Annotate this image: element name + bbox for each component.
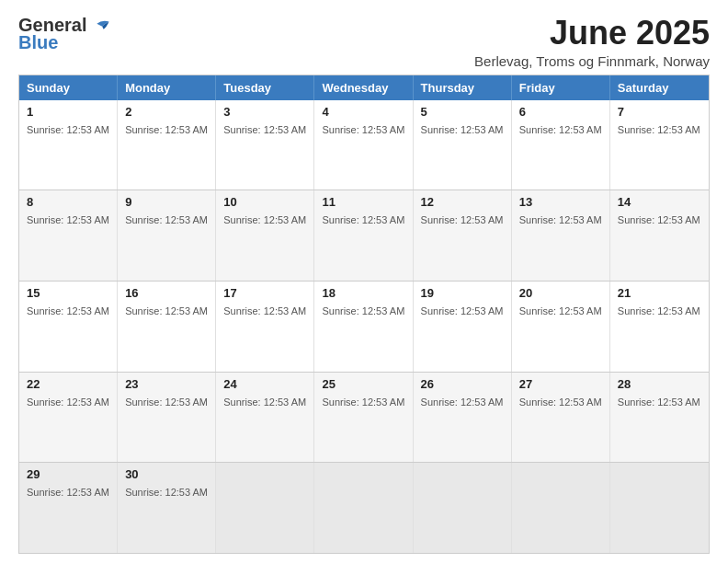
calendar-cell: 13Sunrise: 12:53 AM [512,190,610,281]
logo-blue-text: Blue [18,32,58,53]
header-friday: Friday [512,75,610,100]
day-number: 25 [322,377,404,391]
sunrise-text: Sunrise: 12:53 AM [125,396,208,408]
sunrise-text: Sunrise: 12:53 AM [125,305,208,316]
sunrise-text: Sunrise: 12:53 AM [618,124,700,135]
calendar-cell: 20Sunrise: 12:53 AM [512,282,610,372]
day-number: 12 [421,195,504,209]
calendar-cell: 29Sunrise: 12:53 AM [19,463,118,553]
day-number: 8 [27,195,109,209]
calendar-cell: 7Sunrise: 12:53 AM [610,100,709,190]
calendar-week-4: 22Sunrise: 12:53 AM23Sunrise: 12:53 AM24… [19,372,709,463]
calendar-cell: 24Sunrise: 12:53 AM [216,373,314,463]
header: General Blue June 2025 Berlevag, Troms o… [18,15,710,69]
day-number: 2 [125,105,208,119]
sunrise-text: Sunrise: 12:53 AM [223,214,306,225]
sunrise-text: Sunrise: 12:53 AM [27,396,109,408]
calendar-cell [610,463,709,553]
calendar-week-5: 29Sunrise: 12:53 AM30Sunrise: 12:53 AM [19,462,709,553]
header-sunday: Sunday [19,75,118,100]
calendar-cell: 9Sunrise: 12:53 AM [118,190,216,281]
calendar-cell: 25Sunrise: 12:53 AM [314,373,413,463]
day-number: 16 [125,286,208,300]
sunrise-text: Sunrise: 12:53 AM [27,124,109,135]
day-number: 9 [125,195,208,209]
title-block: June 2025 Berlevag, Troms og Finnmark, N… [474,15,710,69]
header-thursday: Thursday [414,75,512,100]
header-saturday: Saturday [610,75,709,100]
calendar-cell: 30Sunrise: 12:53 AM [118,463,216,553]
calendar-week-2: 8Sunrise: 12:53 AM9Sunrise: 12:53 AM10Su… [19,190,709,281]
calendar: Sunday Monday Tuesday Wednesday Thursday… [18,75,710,554]
calendar-cell: 11Sunrise: 12:53 AM [314,190,413,281]
sunrise-text: Sunrise: 12:53 AM [519,305,602,316]
sunrise-text: Sunrise: 12:53 AM [223,396,306,408]
sunrise-text: Sunrise: 12:53 AM [322,396,404,408]
calendar-cell: 5Sunrise: 12:53 AM [414,100,512,190]
day-number: 13 [519,195,602,209]
sunrise-text: Sunrise: 12:53 AM [125,214,208,225]
calendar-cell: 23Sunrise: 12:53 AM [118,373,216,463]
sunrise-text: Sunrise: 12:53 AM [519,396,602,408]
header-wednesday: Wednesday [314,75,413,100]
sunrise-text: Sunrise: 12:53 AM [618,305,700,316]
calendar-cell [512,463,610,553]
sunrise-text: Sunrise: 12:53 AM [322,214,404,225]
calendar-cell: 22Sunrise: 12:53 AM [19,373,118,463]
sunrise-text: Sunrise: 12:53 AM [618,214,700,225]
calendar-cell: 18Sunrise: 12:53 AM [314,282,413,372]
sunrise-text: Sunrise: 12:53 AM [421,214,504,225]
day-number: 10 [223,195,306,209]
day-number: 21 [618,286,701,300]
day-number: 1 [27,105,109,119]
calendar-cell: 19Sunrise: 12:53 AM [414,282,512,372]
logo: General Blue [18,15,110,53]
calendar-cell: 6Sunrise: 12:53 AM [512,100,610,190]
calendar-cell: 3Sunrise: 12:53 AM [216,100,314,190]
day-number: 23 [125,377,208,391]
day-number: 24 [223,377,306,391]
day-number: 20 [519,286,602,300]
page: General Blue June 2025 Berlevag, Troms o… [0,0,728,563]
calendar-week-3: 15Sunrise: 12:53 AM16Sunrise: 12:53 AM17… [19,281,709,372]
sunrise-text: Sunrise: 12:53 AM [27,487,109,498]
sunrise-text: Sunrise: 12:53 AM [421,396,504,408]
sunrise-text: Sunrise: 12:53 AM [618,396,700,408]
month-title: June 2025 [474,15,710,52]
day-number: 15 [27,286,109,300]
day-number: 4 [322,105,404,119]
sunrise-text: Sunrise: 12:53 AM [223,305,306,316]
sunrise-text: Sunrise: 12:53 AM [27,214,109,225]
calendar-cell: 16Sunrise: 12:53 AM [118,282,216,372]
location: Berlevag, Troms og Finnmark, Norway [474,53,710,69]
calendar-cell: 15Sunrise: 12:53 AM [19,282,118,372]
calendar-cell: 2Sunrise: 12:53 AM [118,100,216,190]
day-number: 28 [618,377,701,391]
calendar-body: 1Sunrise: 12:53 AM2Sunrise: 12:53 AM3Sun… [19,100,709,553]
day-number: 29 [27,467,109,481]
sunrise-text: Sunrise: 12:53 AM [223,124,306,135]
calendar-header: Sunday Monday Tuesday Wednesday Thursday… [19,75,709,100]
calendar-cell: 26Sunrise: 12:53 AM [414,373,512,463]
header-tuesday: Tuesday [216,75,314,100]
calendar-week-1: 1Sunrise: 12:53 AM2Sunrise: 12:53 AM3Sun… [19,100,709,190]
calendar-cell: 17Sunrise: 12:53 AM [216,282,314,372]
day-number: 7 [618,105,701,119]
sunrise-text: Sunrise: 12:53 AM [421,305,504,316]
calendar-cell: 4Sunrise: 12:53 AM [314,100,413,190]
day-number: 26 [421,377,504,391]
day-number: 22 [27,377,109,391]
day-number: 3 [223,105,306,119]
calendar-cell: 28Sunrise: 12:53 AM [610,373,709,463]
calendar-cell: 14Sunrise: 12:53 AM [610,190,709,281]
sunrise-text: Sunrise: 12:53 AM [322,305,404,316]
day-number: 5 [421,105,504,119]
day-number: 11 [322,195,404,209]
calendar-cell [414,463,512,553]
sunrise-text: Sunrise: 12:53 AM [519,214,602,225]
sunrise-text: Sunrise: 12:53 AM [125,124,208,135]
sunrise-text: Sunrise: 12:53 AM [519,124,602,135]
sunrise-text: Sunrise: 12:53 AM [27,305,109,316]
calendar-cell: 1Sunrise: 12:53 AM [19,100,118,190]
day-number: 14 [618,195,701,209]
